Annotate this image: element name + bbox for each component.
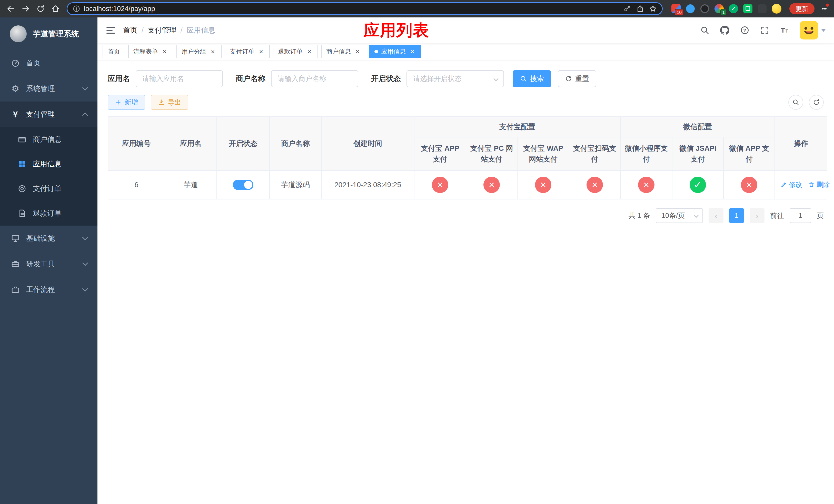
breadcrumb-payment[interactable]: 支付管理 [148, 25, 176, 35]
breadcrumb-current: 应用信息 [187, 25, 215, 35]
bookmark-star-icon[interactable] [649, 5, 657, 13]
cell-app-name: 芋道 [165, 170, 217, 199]
sidebar-item-label: 支付订单 [33, 184, 62, 193]
sidebar-item-workflow[interactable]: 工作流程 [0, 277, 97, 302]
extension-emoji-icon[interactable] [771, 4, 782, 14]
sidebar-item-merchant-info[interactable]: 商户信息 [0, 127, 97, 152]
close-icon[interactable]: × [258, 48, 265, 55]
browser-reload-button[interactable] [34, 2, 47, 15]
chevron-down-icon [82, 85, 88, 91]
extension-blue-icon[interactable] [685, 4, 696, 14]
url-bar[interactable]: localhost:1024/pay/app [67, 2, 663, 15]
sidebar-item-label: 研发工具 [26, 259, 55, 269]
sidebar-item-system[interactable]: ⚙ 系统管理 [0, 76, 97, 101]
search-icon [792, 99, 799, 106]
sidebar-item-app-info[interactable]: 应用信息 [0, 152, 97, 176]
search-button[interactable]: 搜索 [513, 70, 551, 87]
col-app-name: 应用名 [165, 117, 217, 170]
extension-adblock-icon[interactable]: 10 [671, 4, 681, 14]
app-logo[interactable]: 芋道管理系统 [0, 18, 97, 50]
sidebar-item-refund-order[interactable]: 退款订单 [0, 201, 97, 226]
tab-process-form[interactable]: 流程表单× [128, 45, 173, 58]
url-text[interactable]: localhost:1024/pay/app [84, 5, 623, 13]
col-actions: 操作 [775, 117, 827, 170]
site-info-icon [72, 5, 80, 13]
chevron-down-icon [82, 286, 88, 292]
close-icon[interactable]: × [306, 48, 313, 55]
extension-green-check-icon[interactable]: ✓ [728, 4, 739, 14]
breadcrumb-separator: / [180, 26, 182, 35]
tab-pay-order[interactable]: 支付订单× [225, 45, 270, 58]
tab-merchant-info[interactable]: 商户信息× [321, 45, 366, 58]
goto-page-input[interactable] [790, 208, 811, 223]
logo-avatar [10, 25, 27, 42]
chrome-update-button[interactable]: 更新 [789, 3, 814, 14]
app-table: 应用编号 应用名 开启状态 商户名称 创建时间 支付宝配置 微信配置 操作 支付… [108, 116, 827, 200]
sidebar-item-payment[interactable]: ¥ 支付管理 [0, 101, 97, 127]
page-1-button[interactable]: 1 [729, 208, 744, 223]
close-icon[interactable]: × [161, 48, 168, 55]
sidebar-collapse-button[interactable] [106, 25, 116, 36]
github-icon[interactable] [720, 25, 730, 36]
col-group-alipay: 支付宝配置 [414, 117, 620, 137]
add-button[interactable]: 新增 [108, 95, 145, 110]
hamburger-icon [106, 25, 116, 36]
password-key-icon[interactable] [623, 5, 631, 13]
status-toggle[interactable] [233, 180, 254, 190]
toolbox-icon [10, 259, 21, 269]
sidebar-item-label: 商户信息 [33, 135, 62, 144]
extension-dark-circle-icon[interactable] [700, 4, 710, 14]
tab-user-group[interactable]: 用户分组× [176, 45, 222, 58]
col-alipay-pc: 支付宝 PC 网站支付 [466, 137, 517, 170]
refresh-table-button[interactable] [809, 95, 824, 110]
sidebar-item-label: 应用信息 [33, 159, 62, 169]
tab-refund-order[interactable]: 退款订单× [273, 45, 318, 58]
search-icon[interactable] [700, 25, 710, 36]
extension-colorful-icon[interactable]: 1 [714, 4, 724, 14]
sidebar-item-dev-tools[interactable]: 研发工具 [0, 251, 97, 277]
status-select[interactable]: 请选择开启状态 [407, 70, 504, 87]
close-icon[interactable]: × [209, 48, 216, 55]
next-page-button[interactable]: › [750, 208, 765, 223]
gear-icon: ⚙ [10, 84, 21, 94]
plus-icon [115, 99, 122, 106]
sidebar-item-pay-order[interactable]: 支付订单 [0, 176, 97, 201]
browser-forward-button[interactable] [19, 2, 32, 15]
font-size-icon[interactable]: TT [780, 25, 790, 36]
prev-page-button[interactable]: ‹ [708, 208, 723, 223]
extension-puzzle-icon[interactable] [757, 4, 767, 14]
breadcrumb-home[interactable]: 首页 [123, 25, 137, 35]
delete-link[interactable]: 删除 [808, 180, 830, 189]
wechat-jsapi-status-icon: ✓ [689, 177, 706, 193]
browser-menu-button[interactable] [819, 2, 830, 15]
col-group-wechat: 微信配置 [620, 117, 775, 137]
extension-chat-icon[interactable]: ❏ [743, 4, 753, 14]
page-size-value: 10条/页 [661, 211, 685, 220]
page-title: 应用列表 [364, 20, 429, 41]
page-size-select[interactable]: 10条/页 [656, 208, 703, 223]
avatar[interactable] [799, 21, 818, 40]
browser-home-button[interactable] [49, 2, 62, 15]
tab-app-info[interactable]: 应用信息× [369, 45, 421, 58]
export-button[interactable]: 导出 [151, 95, 188, 110]
close-icon[interactable]: × [354, 48, 361, 55]
reset-button[interactable]: 重置 [558, 70, 596, 87]
merchant-name-label: 商户名称 [236, 74, 265, 84]
edit-link[interactable]: 修改 [781, 180, 802, 189]
pagination-total: 共 1 条 [629, 211, 650, 220]
share-icon[interactable] [636, 5, 644, 13]
browser-back-button[interactable] [4, 2, 18, 15]
user-menu[interactable] [799, 21, 826, 40]
merchant-name-input[interactable] [271, 70, 358, 87]
tab-home[interactable]: 首页 [103, 45, 125, 58]
help-icon[interactable]: ? [740, 25, 750, 36]
sidebar-item-home[interactable]: 首页 [0, 50, 97, 76]
toggle-search-button[interactable] [788, 95, 803, 110]
close-icon[interactable]: × [409, 48, 416, 55]
fullscreen-icon[interactable] [760, 25, 770, 36]
cell-merchant: 芋道源码 [269, 170, 321, 199]
app-name-input[interactable] [136, 70, 223, 87]
status-select-placeholder: 请选择开启状态 [413, 74, 462, 83]
col-alipay-app: 支付宝 APP 支付 [414, 137, 466, 170]
sidebar-item-infrastructure[interactable]: 基础设施 [0, 226, 97, 251]
